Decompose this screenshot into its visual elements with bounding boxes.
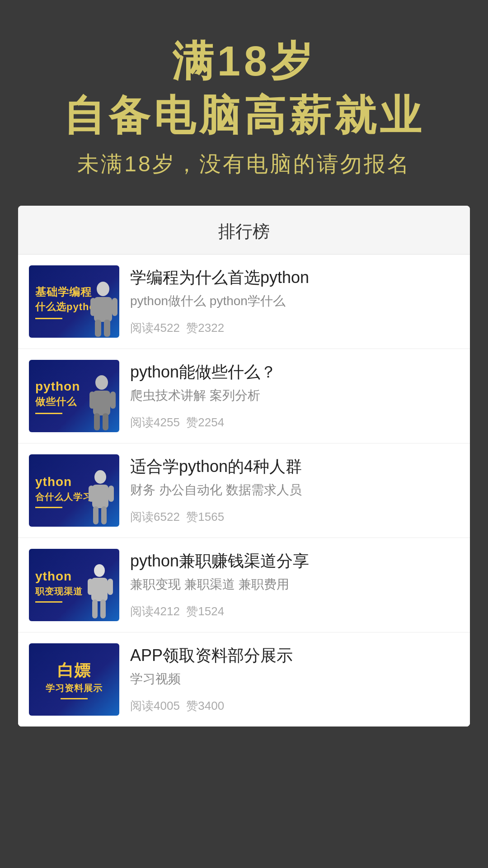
ranking-list: 基础学编程 什么选python 学编程为什么首选python [18,255,470,726]
item-content-4: python兼职赚钱渠道分享 兼职变现 兼职渠道 兼职费用 阅读4212 赞15… [130,549,459,621]
svg-rect-14 [89,486,94,502]
svg-rect-21 [108,579,113,595]
svg-rect-8 [89,392,95,409]
item-thumbnail-1: 基础学编程 什么选python [29,265,119,338]
hero-title-line1: 满18岁 [18,36,470,86]
item-content-3: 适合学python的4种人群 财务 办公自动化 数据需求人员 阅读6522 赞1… [130,454,459,527]
svg-rect-22 [92,599,98,618]
list-item[interactable]: python 做些什么 python能做些什么？ 爬虫技术讲解 案列分析 [18,349,470,443]
item-title-3: 适合学python的4种人群 [130,456,459,477]
svg-rect-2 [90,298,96,316]
item-thumbnail-3: ython 合什么人学习 [29,454,119,527]
item-thumbnail-4: ython 职变现渠道 [29,549,119,621]
list-item[interactable]: 基础学编程 什么选python 学编程为什么首选python [18,255,470,349]
svg-rect-13 [92,485,108,508]
ranking-container: 排行榜 基础学编程 什么选python [18,206,470,726]
svg-rect-19 [91,578,108,601]
svg-rect-10 [94,413,100,430]
item-title-4: python兼职赚钱渠道分享 [130,551,459,572]
svg-point-12 [94,470,106,484]
item-stats-1: 阅读4522 赞2322 [130,320,459,336]
item-stats-2: 阅读4255 赞2254 [130,415,459,430]
hero-section: 满18岁 自备电脑高薪就业 未满18岁，没有电脑的请勿报名 [0,0,488,206]
item-content-2: python能做些什么？ 爬虫技术讲解 案列分析 阅读4255 赞2254 [130,360,459,432]
item-title-1: 学编程为什么首选python [130,267,459,288]
item-stats-4: 阅读4212 赞1524 [130,604,459,619]
svg-rect-20 [88,579,93,595]
svg-rect-1 [94,297,112,322]
list-item[interactable]: ython 职变现渠道 python兼职赚钱渠道分享 兼职变现 兼职渠道 兼职费 [18,538,470,632]
svg-rect-16 [93,506,99,524]
svg-rect-4 [95,320,101,337]
item-stats-3: 阅读6522 赞1565 [130,509,459,525]
svg-point-18 [94,564,105,577]
hero-subtitle: 未满18岁，没有电脑的请勿报名 [18,150,470,179]
item-thumbnail-2: python 做些什么 [29,360,119,432]
svg-rect-9 [110,392,116,409]
svg-rect-23 [100,599,106,618]
item-thumbnail-5: 白嫖 学习资料展示 [29,643,119,716]
item-tags-5: 学习视频 [130,670,459,688]
list-item[interactable]: ython 合什么人学习 适合学python的4种人群 财务 办公自动化 数据需 [18,443,470,538]
item-tags-1: python做什么 python学什么 [130,292,459,310]
item-content-1: 学编程为什么首选python python做什么 python学什么 阅读452… [130,265,459,338]
item-title-2: python能做些什么？ [130,362,459,383]
item-tags-4: 兼职变现 兼职渠道 兼职费用 [130,576,459,593]
ranking-header: 排行榜 [18,206,470,255]
item-content-5: APP领取资料部分展示 学习视频 阅读4005 赞3400 [130,643,459,716]
svg-point-0 [97,282,109,296]
svg-rect-15 [108,486,114,502]
item-tags-3: 财务 办公自动化 数据需求人员 [130,481,459,499]
hero-title-line2: 自备电脑高薪就业 [18,90,470,140]
svg-rect-17 [101,506,107,524]
item-tags-2: 爬虫技术讲解 案列分析 [130,387,459,404]
item-title-5: APP领取资料部分展示 [130,645,459,666]
svg-rect-11 [103,413,108,430]
list-item[interactable]: 白嫖 学习资料展示 APP领取资料部分展示 学习视频 阅读4005 赞3400 [18,632,470,726]
svg-point-6 [95,375,108,390]
item-stats-5: 阅读4005 赞3400 [130,698,459,714]
svg-rect-5 [104,320,110,337]
svg-rect-7 [93,391,110,415]
svg-rect-3 [112,298,117,316]
